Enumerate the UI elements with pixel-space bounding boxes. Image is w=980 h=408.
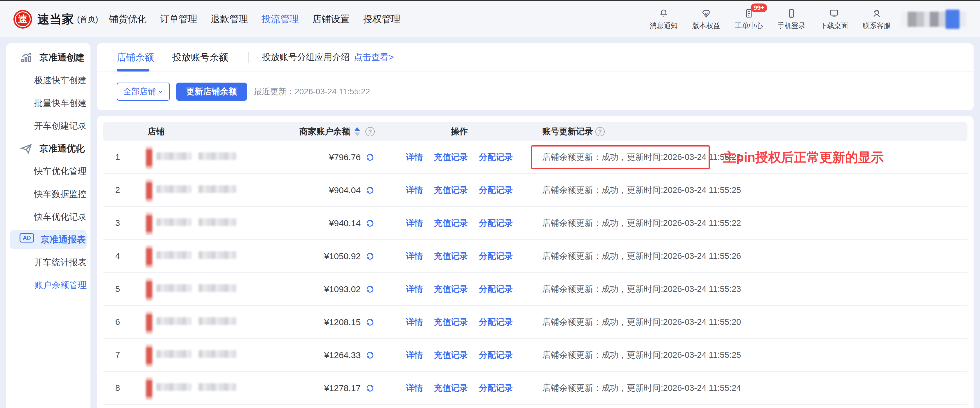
recharge-records-link[interactable]: 充值记录 bbox=[434, 349, 468, 361]
trend-chart-icon bbox=[19, 51, 33, 64]
util-label: 手机登录 bbox=[778, 21, 805, 30]
sidebar-item-express-create[interactable]: 极速快车创建 bbox=[6, 75, 87, 86]
sidebar-item-batch-create[interactable]: 批量快车创建 bbox=[6, 97, 87, 109]
util-label: 联系客服 bbox=[863, 21, 891, 30]
version-benefits-button[interactable]: 版本权益 bbox=[692, 8, 720, 30]
ticket-center-button[interactable]: 99+ 工单中心 bbox=[735, 8, 763, 30]
recharge-records-link[interactable]: 充值记录 bbox=[434, 316, 468, 328]
annotation-text: 主pin授权后正常更新的显示 bbox=[723, 148, 884, 166]
allocation-records-link[interactable]: 分配记录 bbox=[479, 284, 513, 295]
allocation-records-link[interactable]: 分配记录 bbox=[479, 185, 513, 196]
allocation-records-link[interactable]: 分配记录 bbox=[479, 316, 513, 328]
refresh-balance-icon[interactable] bbox=[365, 186, 375, 195]
balance-help-icon[interactable]: ? bbox=[365, 127, 375, 136]
contact-support-button[interactable]: 联系客服 bbox=[863, 8, 891, 30]
row-index: 2 bbox=[103, 185, 145, 195]
table-row: 7 ¥1264.33 详情 充值记录 分配记录 店铺余额更新：成功，更新时间:2… bbox=[103, 339, 967, 372]
table-row: 8 ¥1278.17 详情 充值记录 分配记录 店铺余额更新：成功，更新时间:2… bbox=[103, 372, 967, 405]
refresh-balance-icon[interactable] bbox=[365, 218, 375, 228]
record-help-icon[interactable]: ? bbox=[595, 127, 605, 136]
mobile-login-button[interactable]: 手机登录 bbox=[778, 8, 805, 30]
balance-value: ¥796.76 bbox=[329, 152, 361, 162]
tab-shop-balance[interactable]: 店铺余额 bbox=[117, 43, 154, 72]
allocation-records-link[interactable]: 分配记录 bbox=[479, 217, 513, 229]
nav-item-refunds[interactable]: 退款管理 bbox=[211, 13, 248, 26]
detail-link[interactable]: 详情 bbox=[406, 284, 423, 295]
detail-link[interactable]: 详情 bbox=[406, 382, 423, 394]
recharge-records-link[interactable]: 充值记录 bbox=[434, 382, 468, 394]
user-account-redacted[interactable] bbox=[901, 10, 966, 29]
sidebar-item-account-balance[interactable]: 账户余额管理 bbox=[6, 279, 87, 291]
refresh-balance-icon[interactable] bbox=[365, 252, 375, 261]
detail-link[interactable]: 详情 bbox=[406, 250, 423, 262]
refresh-balance-icon[interactable] bbox=[365, 317, 375, 327]
app-logo[interactable]: 速 速当家 (首页) bbox=[13, 10, 98, 29]
row-index: 8 bbox=[103, 383, 145, 393]
refresh-balance-icon[interactable] bbox=[365, 285, 375, 294]
tab-ad-account-balance[interactable]: 投放账号余额 bbox=[172, 43, 228, 72]
shop-logo-redacted bbox=[146, 249, 152, 265]
recharge-records-link[interactable]: 充值记录 bbox=[434, 185, 468, 196]
sidebar: 京准通创建 极速快车创建 批量快车创建 开车创建记录 京准通优化 快车优化管理 … bbox=[6, 43, 91, 408]
sidebar-item-create-records[interactable]: 开车创建记录 bbox=[6, 120, 87, 132]
sidebar-item-optimize-records[interactable]: 快车优化记录 bbox=[6, 211, 87, 223]
recharge-records-link[interactable]: 充值记录 bbox=[434, 217, 468, 229]
shop-name-redacted bbox=[146, 380, 285, 397]
sidebar-item-optimize-manage[interactable]: 快车优化管理 bbox=[6, 166, 87, 177]
chevron-down-icon bbox=[157, 88, 164, 95]
sort-asc-icon bbox=[354, 127, 360, 131]
sidebar-section-jzt-optimize[interactable]: 京准通优化 bbox=[6, 137, 91, 160]
refresh-balance-icon[interactable] bbox=[365, 153, 375, 162]
detail-link[interactable]: 详情 bbox=[406, 151, 423, 163]
shop-filter-value: 全部店铺 bbox=[123, 86, 156, 97]
refresh-balance-icon[interactable] bbox=[365, 384, 375, 393]
sidebar-section-jzt-create[interactable]: 京准通创建 bbox=[6, 46, 91, 69]
balance-table-card: 店铺 商家账户余额 ? 操作 账号更新记录 ? 1 ¥796.76 详情 bbox=[97, 116, 974, 408]
balance-sort-control[interactable] bbox=[354, 127, 360, 136]
balance-value: ¥1278.17 bbox=[324, 383, 361, 393]
nav-item-authorization[interactable]: 授权管理 bbox=[363, 13, 400, 26]
app-title-suffix: (首页) bbox=[77, 14, 98, 24]
balance-value: ¥1264.33 bbox=[324, 350, 361, 360]
shop-name-redacted bbox=[146, 149, 285, 166]
allocation-records-link[interactable]: 分配记录 bbox=[479, 250, 513, 262]
recharge-records-link[interactable]: 充值记录 bbox=[434, 250, 468, 262]
service-icon bbox=[872, 8, 882, 19]
logo-icon: 速 bbox=[13, 10, 32, 29]
shop-name-redacted bbox=[146, 182, 285, 199]
divider bbox=[248, 52, 249, 63]
table-row: 3 ¥940.14 详情 充值记录 分配记录 店铺余额更新：成功，更新时间:20… bbox=[103, 207, 967, 240]
detail-link[interactable]: 详情 bbox=[406, 217, 423, 229]
row-index: 3 bbox=[103, 218, 145, 228]
allocation-records-link[interactable]: 分配记录 bbox=[479, 151, 513, 163]
ticket-count-badge: 99+ bbox=[751, 3, 767, 12]
allocation-records-link[interactable]: 分配记录 bbox=[479, 349, 513, 361]
balance-panel-card: 店铺余额 投放账号余额 投放账号分组应用介绍 点击查看> 全部店铺 更新店铺余额… bbox=[97, 43, 974, 110]
allocation-records-link[interactable]: 分配记录 bbox=[479, 382, 513, 394]
header-operations: 操作 bbox=[385, 126, 534, 137]
nav-item-supply[interactable]: 铺货优化 bbox=[109, 13, 146, 26]
download-desktop-button[interactable]: 下载桌面 bbox=[820, 8, 848, 30]
update-balance-button[interactable]: 更新店铺余额 bbox=[176, 83, 247, 101]
tab-bar: 店铺余额 投放账号余额 投放账号分组应用介绍 点击查看> bbox=[97, 43, 974, 72]
sidebar-item-data-monitor[interactable]: 快车数据监控 bbox=[6, 188, 87, 200]
shop-logo-redacted bbox=[146, 150, 152, 166]
nav-item-shop-settings[interactable]: 店铺设置 bbox=[312, 13, 350, 26]
filter-bar: 全部店铺 更新店铺余额 最近更新：2026-03-24 11:55:22 bbox=[97, 83, 974, 101]
recharge-records-link[interactable]: 充值记录 bbox=[434, 284, 468, 295]
detail-link[interactable]: 详情 bbox=[406, 349, 423, 361]
notifications-button[interactable]: 消息通知 bbox=[650, 8, 678, 30]
view-intro-link[interactable]: 点击查看> bbox=[354, 51, 394, 63]
detail-link[interactable]: 详情 bbox=[406, 316, 423, 328]
recharge-records-link[interactable]: 充值记录 bbox=[434, 151, 468, 163]
nav-item-orders[interactable]: 订单管理 bbox=[160, 13, 197, 26]
detail-link[interactable]: 详情 bbox=[406, 185, 423, 196]
topbar-utilities: 消息通知 版本权益 99+ 工单中心 手机登录 下载桌面 联系客服 bbox=[650, 8, 891, 30]
nav-item-ad-traffic[interactable]: 投流管理 bbox=[261, 13, 299, 26]
row-index: 7 bbox=[103, 350, 145, 360]
refresh-balance-icon[interactable] bbox=[365, 351, 375, 360]
shop-name-redacted bbox=[146, 248, 285, 265]
sidebar-item-driving-stats-report[interactable]: 开车统计报表 bbox=[6, 257, 87, 268]
shop-filter-select[interactable]: 全部店铺 bbox=[117, 83, 170, 101]
sidebar-section-jzt-reports[interactable]: AD 京准通报表 bbox=[10, 230, 87, 249]
